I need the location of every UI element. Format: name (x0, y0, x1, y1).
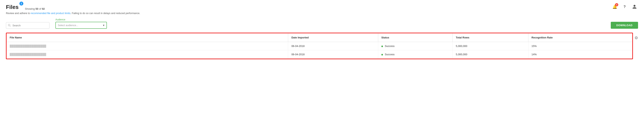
audience-select-wrapper: Select audience... ▼ (56, 22, 107, 29)
showing-count: 50 (36, 7, 38, 10)
col-status: Status (378, 33, 452, 42)
col-date-imported: Date Imported (288, 33, 378, 42)
audience-label: Audience (56, 18, 107, 21)
cell-status: Success (378, 50, 452, 59)
cell-file-name: ████████████████████ (6, 50, 288, 59)
cell-total-rows: 5,000,000 (452, 50, 528, 59)
gear-button[interactable]: ⚙ (634, 36, 638, 40)
col-file-name: File Name (6, 33, 288, 42)
download-button[interactable]: DOWNLOAD (611, 22, 638, 29)
status-text: Success (385, 44, 394, 48)
status-text: Success (385, 53, 394, 56)
status-dot (381, 54, 383, 56)
page-title: Files (6, 4, 18, 10)
files-table: File Name Date Imported Status Total Row… (6, 33, 632, 59)
audience-select[interactable]: Select audience... (56, 22, 107, 29)
notification-button[interactable]: 🔔 4 (611, 3, 618, 10)
total-count: 92 (42, 7, 45, 10)
help-icon: ? (624, 5, 626, 9)
notification-badge: 4 (615, 3, 618, 6)
col-recognition-rate: Recognition Rate (528, 33, 632, 42)
cell-recognition-rate: 15% (528, 42, 632, 50)
search-wrapper (6, 22, 50, 29)
files-badge: 2 (20, 2, 23, 6)
table-row: ████████████████████ 06-04-2018 Success … (6, 42, 632, 50)
account-icon (632, 4, 637, 9)
search-icon (8, 24, 11, 27)
table-row: ████████████████████ 06-04-2018 Success … (6, 50, 632, 59)
cell-date-imported: 06-04-2018 (288, 42, 378, 50)
limits-link[interactable]: recommended file and product limits (31, 12, 70, 15)
status-dot (381, 46, 383, 47)
svg-line-1 (10, 26, 11, 26)
cell-status: Success (378, 42, 452, 50)
cell-total-rows: 5,000,000 (452, 42, 528, 50)
cell-recognition-rate: 14% (528, 50, 632, 59)
help-button[interactable]: ? (621, 3, 628, 10)
subtitle-text: Review and adhere to recommended file an… (6, 12, 638, 15)
cell-date-imported: 06-04-2018 (288, 50, 378, 59)
cell-file-name: ████████████████████ (6, 42, 288, 50)
showing-text: Showing 50 of 92 (25, 7, 45, 10)
col-total-rows: Total Rows (452, 33, 528, 42)
search-input[interactable] (6, 22, 50, 29)
gear-area: ⚙ (634, 33, 638, 40)
audience-group: Audience Select audience... ▼ (56, 18, 107, 29)
account-button[interactable] (631, 3, 638, 10)
files-table-wrapper: File Name Date Imported Status Total Row… (6, 33, 633, 59)
